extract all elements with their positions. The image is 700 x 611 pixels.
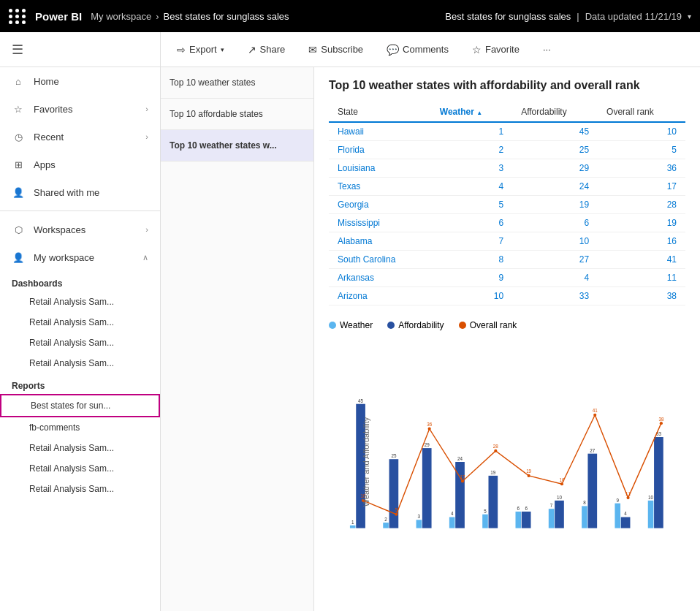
table-row: Georgia51928	[329, 196, 685, 214]
bar-weather	[582, 506, 587, 528]
page-item-1[interactable]: Top 10 weather states	[161, 67, 313, 99]
bar-weather	[383, 523, 389, 528]
table-row: Mississippi6619	[329, 214, 685, 232]
line-dot	[461, 479, 464, 482]
breadcrumb-workspace[interactable]: My workspace	[91, 11, 151, 22]
table-cell: Mississippi	[329, 214, 431, 232]
legend-item: Affordability	[387, 320, 444, 330]
dashboards-header: Dashboards	[0, 271, 160, 292]
report-panel: Top 10 weather states Top 10 affordable …	[161, 67, 700, 611]
chevron-right-icon-recent: ›	[145, 132, 148, 141]
report-item-best-states[interactable]: Best states for sun...	[0, 394, 160, 417]
comments-label: Comments	[403, 44, 449, 55]
bar-affordability	[389, 459, 399, 528]
col-affordability[interactable]: Affordability	[512, 102, 598, 122]
share-button[interactable]: ↗ Share	[243, 41, 290, 58]
dashboard-item-1[interactable]: Retail Analysis Sam...	[0, 292, 160, 312]
data-table: State Weather ▲ Affordability Overall ra…	[329, 102, 685, 306]
legend-item: Overall rank	[459, 320, 517, 330]
chevron-down-icon[interactable]: ▾	[688, 12, 691, 20]
bar-label: 27	[590, 448, 595, 453]
page-item-2[interactable]: Top 10 affordable states	[161, 99, 313, 130]
sidebar-item-favorites[interactable]: ☆ Favorites ›	[0, 95, 160, 123]
table-cell: 25	[512, 141, 598, 159]
hamburger-icon[interactable]: ☰	[12, 42, 23, 58]
dashboard-item-3[interactable]: Retail Analysis Sam...	[0, 333, 160, 353]
table-cell: 16	[598, 232, 685, 251]
export-chevron-icon: ▾	[221, 46, 224, 53]
comments-icon: 💬	[387, 44, 399, 56]
bar-affordability	[488, 476, 498, 528]
report-item-fb-comments[interactable]: fb-comments	[0, 417, 160, 438]
pipe-separator: |	[577, 11, 579, 22]
sidebar-item-recent-label: Recent	[34, 132, 137, 143]
table-cell: 33	[512, 287, 598, 306]
line-label: 19	[526, 468, 531, 474]
sidebar-item-workspaces-label: Workspaces	[34, 224, 137, 235]
report-item-retail-3[interactable]: Retail Analysis Sam...	[0, 479, 160, 499]
bar-affordability	[621, 517, 631, 528]
line-dot	[593, 414, 596, 417]
export-button[interactable]: ⇨ Export ▾	[172, 41, 229, 58]
bar-weather	[549, 509, 555, 528]
person-icon: 👤	[12, 186, 25, 199]
bar-affordability	[522, 512, 531, 528]
col-weather[interactable]: Weather ▲	[431, 102, 512, 122]
table-cell: 5	[431, 196, 512, 214]
bar-label: 5	[484, 509, 487, 514]
table-cell: 28	[598, 196, 685, 214]
table-cell: Louisiana	[329, 159, 431, 178]
comments-button[interactable]: 💬 Comments	[382, 41, 453, 58]
table-cell: 17	[598, 178, 685, 196]
col-overall-rank[interactable]: Overall rank	[598, 102, 685, 122]
left-nav: ☰ ⌂ Home ☆ Favorites › ◷ Recent › ⊞ Apps…	[0, 32, 161, 611]
subscribe-icon: ✉	[308, 44, 317, 56]
clock-icon: ◷	[12, 130, 25, 143]
top-bar: Power BI My workspace › Best states for …	[0, 0, 700, 32]
sidebar-item-workspaces[interactable]: ⬡ Workspaces ›	[0, 216, 160, 243]
line-dot	[428, 428, 431, 430]
grid-icon[interactable]	[9, 9, 26, 24]
report-item-retail-1[interactable]: Retail Analysis Sam...	[0, 438, 160, 458]
table-cell: 9	[431, 269, 512, 287]
bar-line-chart: 1451022553293642417519286619710168274194…	[329, 338, 685, 586]
sidebar-item-myworkspace[interactable]: 👤 My workspace ∧	[0, 243, 160, 271]
col-state[interactable]: State	[329, 102, 431, 122]
report-item-retail-2[interactable]: Retail Analysis Sam...	[0, 458, 160, 479]
sidebar-item-myworkspace-label: My workspace	[34, 252, 134, 263]
sidebar-item-shared[interactable]: 👤 Shared with me	[0, 178, 160, 206]
bar-label: 3	[418, 514, 421, 519]
bar-label: 7	[550, 503, 553, 508]
bar-label: 45	[358, 398, 363, 403]
sidebar-item-home[interactable]: ⌂ Home	[0, 67, 160, 95]
sidebar-item-recent[interactable]: ◷ Recent ›	[0, 123, 160, 151]
report-title-bar: Best states for sunglass sales	[445, 11, 571, 22]
bar-label: 25	[391, 453, 396, 458]
table-cell: Texas	[329, 178, 431, 196]
sidebar-item-favorites-label: Favorites	[34, 104, 137, 115]
sidebar-item-apps-label: Apps	[34, 159, 148, 170]
table-cell: 10	[598, 122, 685, 141]
content-area: ⇨ Export ▾ ↗ Share ✉ Subscribe 💬 Comment…	[161, 32, 700, 611]
table-cell: Arkansas	[329, 269, 431, 287]
table-cell: 10	[512, 232, 598, 251]
more-button[interactable]: ···	[539, 41, 555, 58]
bar-label: 1	[351, 520, 354, 525]
table-cell: 6	[512, 214, 598, 232]
favorite-button[interactable]: ☆ Favorite	[468, 41, 524, 58]
bar-weather	[516, 512, 522, 528]
dashboard-item-2[interactable]: Retail Analysis Sam...	[0, 312, 160, 333]
bar-label: 2	[384, 517, 387, 522]
table-cell: 41	[598, 251, 685, 269]
table-cell: 19	[512, 196, 598, 214]
page-item-3[interactable]: Top 10 weather states w...	[161, 130, 313, 162]
chart-legend: WeatherAffordabilityOverall rank	[329, 320, 685, 330]
table-cell: South Carolina	[329, 251, 431, 269]
share-icon: ↗	[248, 44, 256, 56]
dashboard-item-4[interactable]: Retail Analysis Sam...	[0, 353, 160, 373]
subscribe-button[interactable]: ✉ Subscribe	[304, 41, 368, 58]
export-icon: ⇨	[177, 44, 186, 56]
workspaces-icon: ⬡	[12, 223, 25, 236]
table-cell: Florida	[329, 141, 431, 159]
sidebar-item-apps[interactable]: ⊞ Apps	[0, 151, 160, 178]
